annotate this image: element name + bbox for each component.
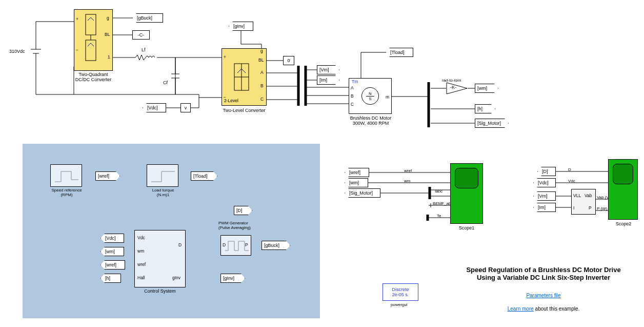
tag-ginv-from[interactable]: [gInv] xyxy=(229,22,253,31)
tag-h-from[interactable]: [h] xyxy=(100,274,121,283)
dc-source-label: 310Vdc xyxy=(9,49,25,54)
tag-wm-from[interactable]: [wm] xyxy=(100,247,124,256)
motor-icon: N S xyxy=(361,87,379,105)
step-icon xyxy=(147,164,178,187)
bridge-icon xyxy=(222,48,266,106)
dcdc-name: Two-Quadrant DC/DC Converter xyxy=(70,72,117,82)
tag-wm-scope[interactable]: [wm] xyxy=(345,178,368,187)
const-zero[interactable]: 0 xyxy=(283,56,294,65)
signal-icon xyxy=(51,164,82,187)
two-level-converter-block[interactable]: 2-Level xyxy=(222,48,267,106)
tag-wref-from[interactable]: [wref] xyxy=(100,260,125,270)
const-c[interactable]: -C- xyxy=(132,30,150,40)
tag-sigmotor[interactable]: [Sig_Motor] xyxy=(475,119,509,128)
tag-vm[interactable]: [Vm] xyxy=(317,65,339,74)
tag-wref-scope[interactable]: [wref] xyxy=(345,168,369,177)
load-torque-name: Load torque (N.m)1 xyxy=(146,188,180,197)
lf-label: Lf xyxy=(142,47,146,52)
cf-label: Cf xyxy=(163,80,168,85)
tag-vdc-from[interactable]: [Vdc] xyxy=(100,234,124,243)
powergui-label: powergui xyxy=(391,302,407,307)
pwm-name: PWM Generator (Pulse Averaging) xyxy=(218,221,270,230)
scope2-block[interactable] xyxy=(608,159,638,220)
parameters-file-link[interactable]: Parameters file xyxy=(526,293,560,298)
load-torque-block[interactable] xyxy=(147,164,178,187)
speed-ref-name: Speed reference (RPM) xyxy=(45,188,88,197)
learn-more-link[interactable]: Learn more xyxy=(508,306,534,312)
scope1-block[interactable] xyxy=(450,163,483,224)
gain-rad2rpm[interactable]: -K- xyxy=(446,82,468,94)
tag-vdc-goto[interactable]: [Vdc] xyxy=(143,103,166,112)
tag-gbuck-goto[interactable]: [gBuck] xyxy=(261,241,290,250)
scope1-name: Scope1 xyxy=(455,225,478,230)
tag-wref-goto[interactable]: [wref] xyxy=(95,171,120,181)
tag-vm-scope[interactable]: [Vm] xyxy=(533,191,556,201)
tag-im[interactable]: [Im] xyxy=(317,75,339,85)
tag-wm[interactable]: [wm] xyxy=(475,84,498,93)
scope2-name: Scope2 xyxy=(613,221,634,226)
about-text: about this example. xyxy=(534,306,580,312)
tag-sigmotor-scope[interactable]: [Sig_Motor] xyxy=(345,188,380,198)
motor-name: Brushless DC Motor 300W, 4000 RPM xyxy=(343,116,399,126)
speed-reference-block[interactable] xyxy=(50,164,82,187)
tag-im-scope[interactable]: [Im] xyxy=(533,203,556,212)
tag-tload-from[interactable]: [Tload] xyxy=(386,48,413,57)
tag-gbuck-from[interactable]: [gBuck] xyxy=(132,13,163,23)
tag-vdc-scope[interactable]: [Vdc] xyxy=(533,178,556,187)
tag-ginv-goto[interactable]: [gInv] xyxy=(220,274,245,283)
tag-tload-goto[interactable]: [Tload] xyxy=(191,171,217,181)
control-system-name: Control System xyxy=(139,288,180,294)
svg-marker-14 xyxy=(447,83,467,94)
voltage-measurement[interactable]: v xyxy=(180,103,191,112)
tag-h[interactable]: [h] xyxy=(475,104,495,113)
example-title: Speed Regulation of a Brushless DC Motor… xyxy=(461,266,626,281)
diagram-canvas: 310Vdc + − g BL 1 Two-Quadrant DC/DC Con… xyxy=(0,0,644,327)
inverter-name: Two-Level Converter xyxy=(216,108,272,113)
powergui-block[interactable]: Discrete 2e-05 s. xyxy=(383,283,418,301)
